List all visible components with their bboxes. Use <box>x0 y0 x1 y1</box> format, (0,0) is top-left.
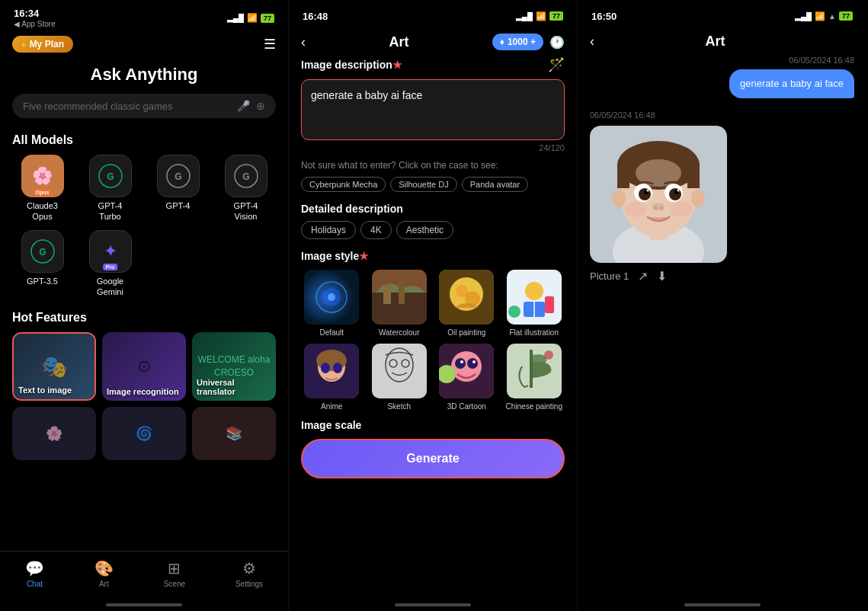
feature-extra-2[interactable]: 🌀 <box>102 407 186 460</box>
style-oilpainting-thumb <box>439 270 494 325</box>
search-bar[interactable]: Five recommended classic games 🎤 ⊕ <box>12 94 276 118</box>
gems-count: 1000 + <box>508 37 536 47</box>
gems-badge[interactable]: ♦ 1000 + <box>492 34 543 50</box>
download-icon[interactable]: ⬇ <box>657 269 667 283</box>
p1-topbar: ♦ My Plan ☰ <box>0 31 288 57</box>
signal-icon-1: ▂▄█ <box>227 14 244 22</box>
nav-settings[interactable]: ⚙ Settings <box>235 559 263 588</box>
response-timestamp: 06/05/2024 16:48 <box>590 110 854 120</box>
model-gpt4[interactable]: G GPT-4 <box>148 155 208 222</box>
feature-extra-3[interactable]: 📚 <box>192 407 276 460</box>
back-button-2[interactable]: ‹ <box>301 34 306 50</box>
model-gpt35[interactable]: G GPT-3.5 <box>12 230 72 298</box>
feature-text-to-image[interactable]: 🎭 Text to image <box>12 332 96 401</box>
mic-icon[interactable]: 🎤 <box>237 100 250 112</box>
image-desc-field-label: Image description ★ 🪄 <box>301 56 565 73</box>
image-description-input[interactable]: generate a baby ai face <box>301 79 565 140</box>
detail-desc-label: Detailed description <box>301 203 565 215</box>
gpt4v-icon: G <box>225 155 267 197</box>
generate-button[interactable]: Generate <box>301 439 565 478</box>
result-header: ‹ Art <box>578 27 866 56</box>
art-title: Art <box>389 34 408 50</box>
clock-icon[interactable]: 🕐 <box>549 35 565 50</box>
panel-2-art: 16:48 ▂▄█ 📶 77 ‹ Art ♦ 1000 + 🕐 Image de… <box>289 0 578 611</box>
home-indicator-1 <box>106 603 182 606</box>
style-watercolour[interactable]: Watercolour <box>369 270 431 337</box>
add-icon[interactable]: ⊕ <box>256 100 265 112</box>
style-flat-label: Flat illustration <box>510 328 559 337</box>
user-timestamp: 06/05/2024 16:48 <box>590 56 854 65</box>
hamburger-menu[interactable]: ☰ <box>264 36 276 53</box>
wand-icon[interactable]: 🪄 <box>548 56 565 73</box>
share-icon[interactable]: ↗ <box>638 269 648 283</box>
model-gemini[interactable]: ✦ Pro GoogleGemini <box>80 230 140 298</box>
settings-icon: ⚙ <box>242 559 256 577</box>
feature-extra-1[interactable]: 🌸 <box>12 407 96 460</box>
scene-label: Scene <box>164 580 185 588</box>
nav-art[interactable]: 🎨 Art <box>94 559 114 588</box>
all-models-title: All Models <box>0 130 288 155</box>
style-anime[interactable]: Anime <box>301 344 363 411</box>
hint-tag-panda[interactable]: Panda avatar <box>462 177 528 192</box>
svg-rect-15 <box>399 281 405 304</box>
my-plan-button[interactable]: ♦ My Plan <box>12 36 73 53</box>
svg-rect-24 <box>545 296 554 313</box>
svg-point-63 <box>659 206 664 210</box>
style-sketch[interactable]: Sketch <box>369 344 431 411</box>
scene-icon: ⊞ <box>168 559 181 577</box>
style-default-thumb <box>304 270 359 325</box>
home-indicator-3 <box>684 603 761 606</box>
style-flat[interactable]: Flat illustration <box>504 270 565 337</box>
style-sketch-label: Sketch <box>387 401 411 411</box>
art-content: Image description ★ 🪄 generate a baby ai… <box>289 56 577 603</box>
gpt4v-label: GPT-4Vision <box>234 200 258 222</box>
model-gpt4vision[interactable]: G GPT-4Vision <box>216 155 276 222</box>
style-anime-thumb <box>304 344 359 398</box>
style-3dcartoon-label: 3D Cartoon <box>447 401 486 411</box>
style-chinese-label: Chinese painting <box>506 401 563 411</box>
hint-tag-silhouette[interactable]: Silhouette DJ <box>390 177 456 192</box>
battery-badge-1: 77 <box>261 14 274 23</box>
search-placeholder: Five recommended classic games <box>23 101 173 112</box>
style-chinese[interactable]: Chinese painting <box>504 344 565 411</box>
svg-point-25 <box>508 306 520 318</box>
style-grid-2: Anime Sketch <box>301 344 565 411</box>
features-grid: 🎭 Text to image ⊙ Image recognition WELC… <box>0 332 288 401</box>
text-to-image-label: Text to image <box>18 385 90 395</box>
picture-label: Picture 1 <box>590 270 629 282</box>
status-bar-3: 16:50 ▂▄█ 📶 ▲ 77 <box>578 0 866 27</box>
detail-tag-aesthetic[interactable]: Aesthetic <box>396 221 453 239</box>
feature-image-recognition[interactable]: ⊙ Image recognition <box>102 332 186 401</box>
style-3dcartoon-thumb <box>439 344 494 398</box>
model-gpt4turbo[interactable]: G GPT-4Turbo <box>80 155 140 222</box>
svg-text:G: G <box>39 247 46 258</box>
nav-scene[interactable]: ⊞ Scene <box>164 559 185 588</box>
style-anime-label: Anime <box>321 401 342 411</box>
time-1: 16:34 <box>14 8 56 19</box>
svg-point-67 <box>691 189 705 207</box>
art-icon: 🎨 <box>94 559 114 577</box>
hint-tag-cyberpunk[interactable]: Cyberpunk Mecha <box>301 177 386 192</box>
art-header: ‹ Art ♦ 1000 + 🕐 <box>289 27 577 56</box>
svg-point-29 <box>321 363 330 373</box>
style-oilpainting[interactable]: Oil painting <box>436 270 498 337</box>
feature-universal-translator[interactable]: WELCOME aloha CROESO Universal translato… <box>192 332 276 401</box>
app-store-back[interactable]: ◀ App Store <box>14 20 56 28</box>
signal-icon-3: ▂▄█ <box>795 12 812 21</box>
back-button-3[interactable]: ‹ <box>590 34 594 50</box>
model-claude3opus[interactable]: 🌸 Opus Claude3Opus <box>12 155 72 222</box>
nav-chat[interactable]: 💬 Chat <box>25 559 44 588</box>
style-oilpainting-label: Oil painting <box>447 328 485 337</box>
gemini-label: GoogleGemini <box>97 276 123 298</box>
svg-point-28 <box>316 350 347 371</box>
status-icons-3: ▂▄█ 📶 ▲ 77 <box>795 11 853 21</box>
style-chinese-thumb <box>507 344 562 398</box>
image-description-text: generate a baby ai face <box>311 89 422 101</box>
gpt4t-label: GPT-4Turbo <box>98 200 123 222</box>
user-message-bubble: generate a baby ai face <box>729 69 854 98</box>
style-default[interactable]: Default <box>301 270 363 337</box>
detail-tag-holidays[interactable]: Holidays <box>301 221 356 239</box>
result-title: Art <box>706 34 725 50</box>
detail-tag-4k[interactable]: 4K <box>360 221 392 239</box>
style-3dcartoon[interactable]: 3D Cartoon <box>436 344 498 411</box>
